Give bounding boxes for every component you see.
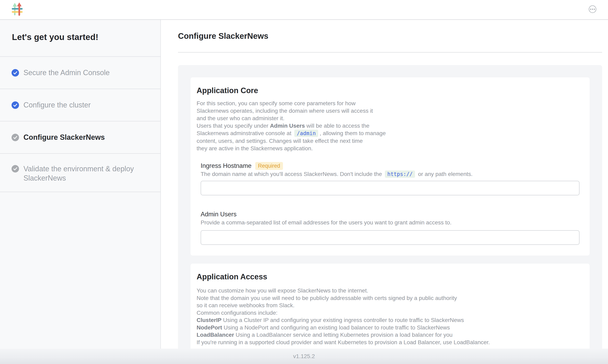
hash-arrows-logo-icon xyxy=(12,2,23,17)
page: Let's get you started! Secure the Admin … xyxy=(0,0,608,364)
more-menu-button[interactable] xyxy=(589,5,596,13)
ingress-hostname-field-group: Ingress Hostname Required The domain nam… xyxy=(201,161,580,195)
application-access-card: Application Access You can customize how… xyxy=(191,264,590,358)
title-divider xyxy=(178,52,602,52)
application-access-description: You can customize how you will expose Sl… xyxy=(197,287,580,346)
step-label: Configure SlackerNews xyxy=(24,133,105,142)
ingress-hostname-input[interactable] xyxy=(201,181,580,195)
check-circle-icon xyxy=(12,69,19,77)
setup-steps-sidebar: Let's get you started! Secure the Admin … xyxy=(0,20,161,364)
step-label: Secure the Admin Console xyxy=(24,68,110,77)
page-title: Configure SlackerNews xyxy=(178,31,602,41)
config-sections-container: Application Core For this section, you c… xyxy=(178,65,602,358)
step-label: Validate the environment & deploy Slacke… xyxy=(24,164,137,183)
main-content: Configure SlackerNews Application Core F… xyxy=(161,20,608,364)
app-version: v1.125.2 xyxy=(293,353,315,360)
check-circle-icon xyxy=(12,165,19,172)
footer: v1.125.2 xyxy=(0,349,608,364)
admin-users-label: Admin Users xyxy=(201,210,236,219)
sidebar-step-configure-slackernews[interactable]: Configure SlackerNews xyxy=(0,121,160,154)
admin-users-input[interactable] xyxy=(201,230,580,245)
check-circle-icon xyxy=(12,134,19,141)
sidebar-step-validate-deploy[interactable]: Validate the environment & deploy Slacke… xyxy=(0,154,160,192)
application-core-card: Application Core For this section, you c… xyxy=(191,77,590,256)
check-circle-icon xyxy=(12,101,19,109)
sidebar-step-configure-cluster[interactable]: Configure the cluster xyxy=(0,89,160,121)
sidebar-step-secure-admin-console[interactable]: Secure the Admin Console xyxy=(0,57,160,89)
required-badge: Required xyxy=(255,162,283,170)
application-core-description: For this section, you can specify some c… xyxy=(197,100,580,152)
top-header xyxy=(0,0,608,20)
ellipsis-icon xyxy=(590,9,591,10)
application-core-title: Application Core xyxy=(197,77,580,95)
ingress-hostname-label: Ingress Hostname xyxy=(201,161,252,170)
step-label: Configure the cluster xyxy=(24,100,91,110)
ingress-hostname-helper: The domain name at which you'll access S… xyxy=(201,170,580,178)
application-access-title: Application Access xyxy=(197,264,580,281)
admin-users-field-group: Admin Users Provide a comma-separated li… xyxy=(201,210,580,245)
sidebar-heading: Let's get you started! xyxy=(0,20,160,57)
admin-users-helper: Provide a comma-separated list of email … xyxy=(201,219,580,226)
